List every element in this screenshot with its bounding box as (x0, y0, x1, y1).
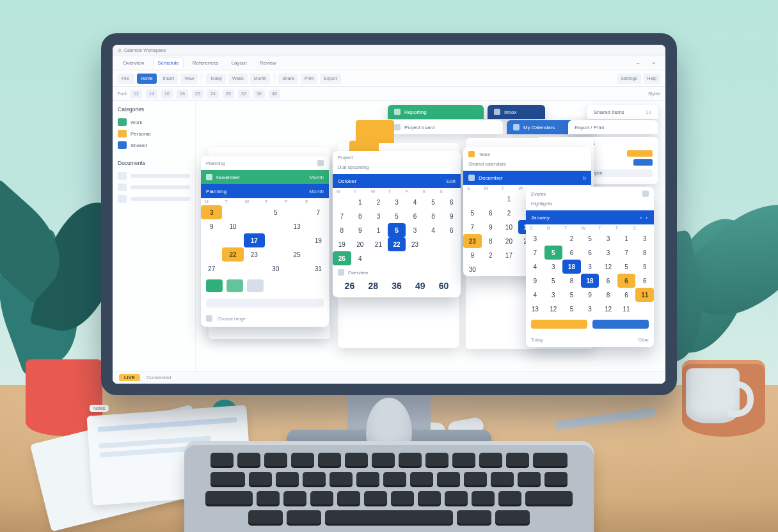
rail-item-work[interactable]: Work (118, 116, 190, 128)
day-cell[interactable] (265, 247, 286, 262)
day-cell[interactable]: 18 (562, 260, 581, 274)
tab-schedule[interactable]: Schedule (153, 58, 183, 68)
stacktab-project[interactable]: Project board (388, 120, 503, 134)
day-cell[interactable] (244, 219, 265, 233)
day-cell[interactable] (244, 262, 265, 276)
day-cell[interactable] (463, 192, 482, 206)
day-cell[interactable]: 10 (500, 220, 518, 234)
day-cell[interactable] (482, 192, 500, 206)
sr-n0[interactable]: 12 (131, 90, 142, 98)
day-cell[interactable]: 6 (406, 209, 424, 223)
day-cell[interactable]: 20 (500, 234, 518, 248)
day-cell[interactable]: 9 (635, 260, 654, 274)
day-cell[interactable]: 3 (544, 260, 563, 274)
day-cell[interactable]: 4 (351, 251, 370, 265)
day-cell[interactable]: 7 (333, 209, 351, 223)
day-cell[interactable]: 6 (617, 288, 636, 302)
day-cell[interactable]: 9 (526, 274, 544, 288)
ribbon-help[interactable]: Help (644, 74, 660, 84)
card-c-b[interactable]: b (583, 175, 586, 181)
day-cell[interactable]: 5 (265, 205, 286, 219)
sr-n6[interactable]: 28 (223, 90, 234, 98)
day-cell[interactable]: 30 (265, 262, 286, 276)
card-d-blue-btn[interactable] (592, 320, 649, 329)
card-a-grid[interactable]: 357910131719222325273031 (201, 205, 329, 276)
day-cell[interactable]: 19 (308, 233, 329, 247)
day-cell[interactable] (635, 302, 654, 316)
day-cell[interactable]: 5 (617, 260, 636, 274)
day-cell[interactable]: 6 (635, 274, 654, 288)
ribbon-file[interactable]: File (118, 74, 134, 84)
rail-doc-2[interactable] (118, 182, 190, 193)
day-cell[interactable]: 3 (581, 260, 599, 274)
card-b[interactable]: Project Due upcoming October Edit MTWTFS… (333, 151, 461, 297)
stacktab-reporting[interactable]: Reporting (388, 105, 484, 119)
day-cell[interactable]: 8 (635, 246, 654, 260)
sr-n1[interactable]: 14 (146, 90, 157, 98)
card-d-grid[interactable]: 3253137566378431831259958186664359861113… (526, 231, 654, 316)
day-cell[interactable]: 23 (406, 237, 424, 251)
ribbon-home[interactable]: Home (137, 74, 157, 84)
day-cell[interactable]: 23 (463, 234, 482, 248)
card-a[interactable]: Planning November Month Planning Month M… (201, 156, 329, 327)
day-cell[interactable]: 3 (369, 209, 388, 223)
more-icon[interactable] (642, 191, 649, 197)
day-cell[interactable]: 12 (599, 302, 617, 316)
day-cell[interactable] (308, 219, 329, 233)
day-cell[interactable] (406, 251, 424, 265)
day-cell[interactable] (286, 205, 307, 219)
rail-item-personal[interactable]: Personal (118, 128, 190, 139)
swatch-green-2[interactable] (226, 279, 243, 292)
ribbon-settings[interactable]: Settings (617, 74, 640, 84)
day-cell[interactable]: 3 (635, 231, 654, 246)
day-cell[interactable] (424, 251, 443, 265)
day-cell[interactable]: 12 (544, 302, 563, 316)
swatch-green[interactable] (206, 279, 223, 292)
day-cell[interactable]: 3 (599, 246, 617, 260)
day-cell[interactable]: 3 (544, 288, 563, 302)
day-cell[interactable] (424, 237, 443, 251)
day-cell[interactable] (265, 219, 286, 233)
day-cell[interactable]: 7 (308, 205, 329, 219)
day-cell[interactable]: 5 (424, 195, 443, 209)
card-d[interactable]: Events Highlights January ‹ › SMTWTFS 32… (526, 187, 654, 347)
day-cell[interactable]: 11 (617, 302, 636, 316)
day-cell[interactable]: 6 (617, 274, 636, 288)
day-cell[interactable]: 17 (500, 248, 518, 262)
day-cell[interactable]: 2 (500, 206, 518, 220)
sr-n2[interactable]: 16 (161, 90, 173, 98)
day-cell[interactable]: 5 (544, 274, 563, 288)
day-cell[interactable]: 2 (562, 231, 581, 246)
day-cell[interactable]: 5 (463, 206, 482, 220)
day-cell[interactable]: 6 (562, 246, 581, 260)
panel-shared[interactable]: Shared Items38 (587, 105, 658, 119)
day-cell[interactable]: 9 (581, 288, 599, 302)
day-cell[interactable]: 17 (244, 233, 265, 247)
ribbon-share[interactable]: Share (278, 74, 298, 84)
day-cell[interactable]: 9 (463, 248, 482, 262)
card-d-clear[interactable]: Clear (638, 338, 649, 342)
day-cell[interactable]: 5 (581, 231, 599, 246)
day-cell[interactable]: 5 (562, 288, 581, 302)
day-cell[interactable]: 3 (599, 231, 617, 246)
day-cell[interactable]: 8 (333, 223, 351, 237)
day-cell[interactable] (222, 205, 243, 219)
ribbon-insert[interactable]: Insert (159, 74, 179, 84)
window-minimize[interactable]: – (633, 58, 643, 68)
rail-doc-3[interactable] (118, 193, 190, 205)
day-cell[interactable]: 4 (424, 223, 443, 237)
day-cell[interactable] (244, 205, 265, 219)
day-cell[interactable]: 7 (526, 246, 544, 260)
panel-export[interactable]: Export / Print (568, 120, 658, 134)
day-cell[interactable] (388, 251, 406, 265)
day-cell[interactable]: 5 (388, 209, 406, 223)
card-b-edit[interactable]: Edit (447, 178, 456, 184)
day-cell[interactable] (222, 262, 243, 276)
day-cell[interactable]: 9 (351, 223, 370, 237)
window-close[interactable]: × (648, 58, 659, 68)
sr-n4[interactable]: 20 (192, 90, 203, 98)
card-d-today[interactable]: Today (531, 338, 543, 342)
day-cell[interactable]: 1 (500, 192, 518, 206)
ribbon-print[interactable]: Print (301, 74, 317, 84)
day-cell[interactable]: 21 (369, 237, 388, 251)
